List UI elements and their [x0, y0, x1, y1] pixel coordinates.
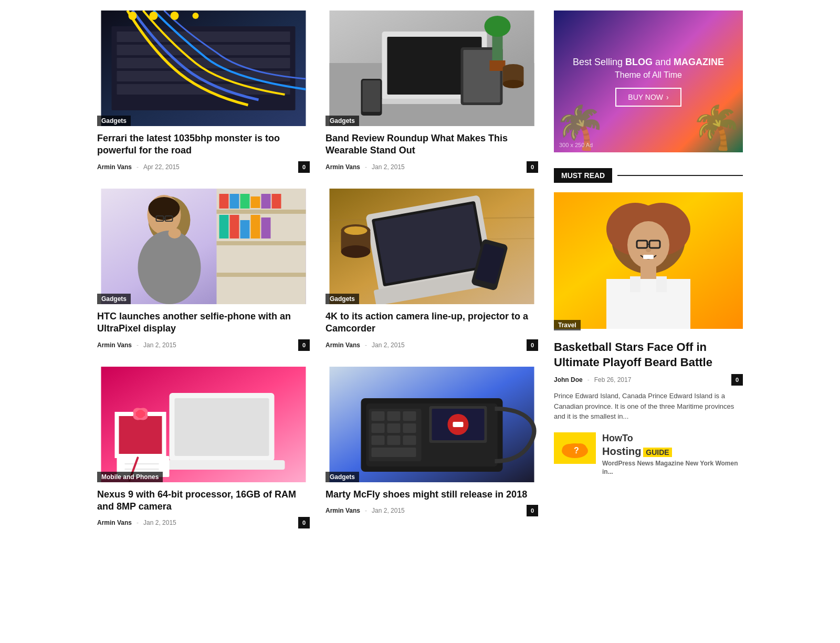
- article-card: Gadgets Ferrari the latest 1035bhp monst…: [97, 11, 310, 173]
- svg-point-62: [344, 226, 368, 235]
- featured-comment-count: 0: [731, 374, 743, 386]
- svg-rect-72: [136, 412, 145, 416]
- must-read-header: MUST READ: [554, 168, 743, 183]
- svg-rect-31: [219, 194, 229, 209]
- featured-date: Feb 26, 2017: [594, 376, 632, 383]
- svg-point-10: [193, 13, 199, 19]
- svg-rect-107: [630, 276, 640, 292]
- article-author: Armin Vans: [326, 507, 360, 514]
- article-image-wrap[interactable]: Gadgets: [97, 11, 310, 126]
- svg-rect-33: [240, 194, 250, 209]
- article-author: Armin Vans: [326, 163, 360, 171]
- buy-now-label: BUY NOW: [628, 93, 663, 101]
- svg-rect-85: [372, 411, 385, 421]
- article-author: Armin Vans: [326, 341, 360, 349]
- svg-rect-30: [217, 273, 306, 277]
- category-badge: Mobile and Phones: [97, 472, 163, 482]
- article-date: Jan 2, 2015: [143, 341, 176, 349]
- ad-magazine: MAGAZINE: [674, 57, 724, 67]
- svg-rect-36: [272, 194, 281, 209]
- article-image-wrap[interactable]: Gadgets: [326, 367, 538, 482]
- ad-text: Best Selling BLOG and MAGAZINE Theme of …: [568, 51, 729, 112]
- article-meta-left: Armin Vans - Jan 2, 2015: [97, 341, 176, 349]
- svg-rect-39: [240, 220, 250, 238]
- featured-category-badge: Travel: [554, 320, 581, 330]
- ad-blog: BLOG: [625, 57, 653, 67]
- svg-rect-4: [117, 58, 290, 68]
- sidebar: 🌴 🌴 Best Selling BLOG and MAGAZINE Theme…: [554, 11, 743, 528]
- article-date: Jan 2, 2015: [372, 163, 405, 171]
- svg-rect-94: [372, 448, 416, 457]
- svg-point-48: [138, 231, 201, 304]
- article-image-wrap[interactable]: Mobile and Phones: [97, 367, 310, 482]
- svg-rect-92: [387, 435, 401, 445]
- svg-point-7: [129, 12, 137, 20]
- category-badge: Gadgets: [326, 294, 359, 304]
- svg-rect-91: [372, 435, 385, 445]
- article-meta-left: Armin Vans - Jan 2, 2015: [326, 163, 405, 171]
- article-comment-count: 0: [298, 161, 310, 173]
- howto-label: HowTo: [602, 433, 633, 443]
- article-image-wrap[interactable]: Gadgets: [326, 11, 538, 126]
- article-meta: Armin Vans - Jan 2, 2015 0: [97, 339, 310, 351]
- separator: -: [365, 341, 367, 349]
- svg-rect-28: [217, 210, 306, 214]
- svg-point-21: [485, 16, 511, 37]
- separator: -: [136, 341, 139, 349]
- svg-point-103: [646, 248, 651, 252]
- must-read-title: MUST READ: [554, 168, 612, 183]
- guide-badge: GUIDE: [643, 448, 671, 457]
- svg-rect-19: [363, 80, 381, 112]
- article-image-wrap[interactable]: Gadgets: [326, 189, 538, 304]
- svg-rect-108: [656, 276, 667, 292]
- svg-rect-65: [175, 398, 269, 456]
- svg-rect-83: [453, 422, 464, 427]
- article-title: Band Review Roundup What Makes This Wear…: [326, 132, 538, 157]
- article-card: Gadgets Band Review Roundup What Makes T…: [326, 11, 538, 173]
- svg-rect-88: [372, 423, 385, 433]
- svg-rect-66: [159, 460, 285, 470]
- buy-now-button[interactable]: BUY NOW ›: [615, 88, 681, 107]
- separator: -: [365, 163, 367, 171]
- article-meta-left: Armin Vans - Apr 22, 2015: [97, 163, 180, 171]
- must-read-line: [617, 175, 743, 176]
- articles-grid: Gadgets Ferrari the latest 1035bhp monst…: [97, 11, 538, 528]
- svg-rect-104: [643, 255, 654, 259]
- article-meta: Armin Vans - Jan 2, 2015 0: [326, 505, 538, 516]
- article-card: Mobile and Phones Nexus 9 with 64-bit pr…: [97, 367, 310, 529]
- article-author: Armin Vans: [97, 519, 132, 526]
- svg-rect-90: [403, 423, 416, 433]
- article-image-wrap[interactable]: Gadgets: [97, 189, 310, 304]
- article-title: Ferrari the latest 1035bhp monster is to…: [97, 132, 310, 157]
- svg-point-44: [149, 197, 180, 220]
- sidebar-bottom-card[interactable]: ? HowTo Hosting GUIDE WordPress News Mag…: [554, 432, 743, 476]
- article-card: Gadgets HTC launches another selfie-phon…: [97, 189, 310, 351]
- category-badge: Gadgets: [97, 116, 131, 126]
- main-content: Gadgets Ferrari the latest 1035bhp monst…: [97, 11, 538, 528]
- article-date: Jan 2, 2015: [372, 507, 405, 514]
- hosting-label: Hosting: [602, 445, 641, 457]
- bottom-subtitle: WordPress News Magazine New York Women i…: [602, 460, 743, 476]
- svg-rect-3: [117, 45, 290, 55]
- svg-rect-34: [251, 196, 260, 208]
- category-badge: Gadgets: [326, 116, 359, 126]
- svg-rect-35: [261, 194, 271, 209]
- article-card: Gadgets Marty McFly shoes might still re…: [326, 367, 538, 529]
- separator: -: [587, 376, 590, 383]
- svg-rect-29: [217, 241, 306, 245]
- svg-rect-67: [117, 414, 164, 456]
- must-read-featured[interactable]: Travel: [554, 192, 743, 330]
- article-comment-count: 0: [298, 517, 310, 528]
- page-container: Gadgets Ferrari the latest 1035bhp monst…: [89, 0, 751, 539]
- ad-and: and: [655, 57, 674, 67]
- svg-rect-93: [403, 435, 416, 445]
- article-comment-count: 0: [527, 161, 538, 173]
- article-date: Apr 22, 2015: [143, 163, 180, 171]
- article-meta: Armin Vans - Jan 2, 2015 0: [326, 161, 538, 173]
- separator: -: [136, 519, 139, 526]
- ad-headline: Best Selling BLOG and MAGAZINE: [573, 57, 724, 68]
- category-badge: Gadgets: [97, 294, 131, 304]
- must-read-meta: John Doe - Feb 26, 2017 0: [554, 374, 743, 386]
- article-author: Armin Vans: [97, 163, 132, 171]
- separator: -: [136, 163, 139, 171]
